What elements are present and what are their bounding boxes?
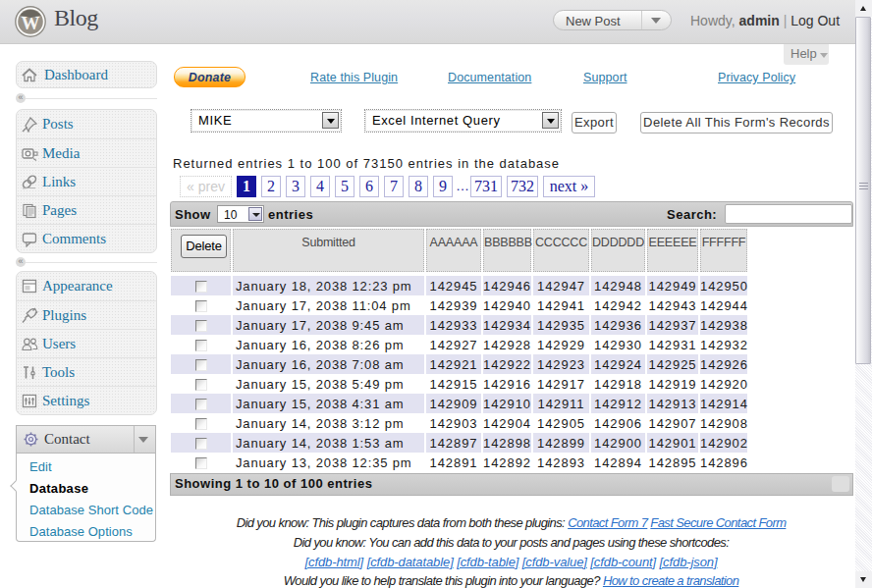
- svg-text:W: W: [22, 13, 40, 33]
